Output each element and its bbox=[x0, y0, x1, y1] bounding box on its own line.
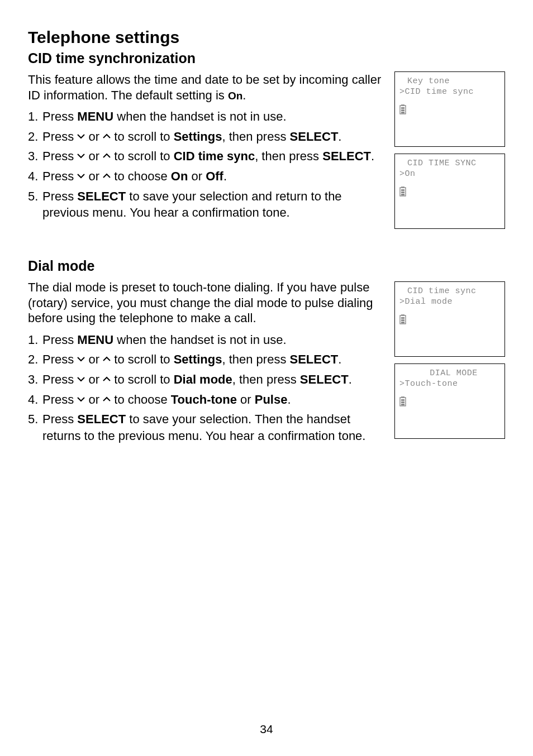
side-column: Key tone >CID time sync CID TIME SYNC >O… bbox=[394, 28, 505, 459]
txt: to scroll to bbox=[114, 130, 173, 143]
txt: Press bbox=[42, 130, 77, 143]
menu-key: MENU bbox=[77, 333, 113, 347]
txt: or bbox=[85, 130, 103, 143]
txt: . bbox=[287, 393, 291, 406]
txt: . bbox=[223, 169, 227, 183]
gap bbox=[394, 236, 505, 275]
menu-key: MENU bbox=[77, 109, 113, 123]
battery-icon bbox=[399, 186, 406, 197]
lcd-line: >CID time sync bbox=[399, 87, 500, 98]
section-heading-dial: Dial mode bbox=[28, 258, 384, 274]
txt: . bbox=[338, 130, 341, 143]
lcd-screen-2: CID TIME SYNC >On bbox=[394, 154, 505, 229]
txt: , then press bbox=[222, 352, 289, 366]
page-number: 34 bbox=[0, 722, 533, 736]
txt: , then press bbox=[255, 149, 322, 163]
txt: or bbox=[85, 169, 103, 183]
svg-rect-18 bbox=[401, 401, 404, 403]
svg-rect-13 bbox=[401, 319, 404, 321]
chevron-down-icon bbox=[77, 376, 85, 384]
pulse-label: Pulse bbox=[255, 393, 288, 406]
svg-rect-3 bbox=[401, 109, 404, 111]
lcd-line: >On bbox=[399, 169, 500, 180]
main-column: Telephone settings CID time synchronizat… bbox=[28, 28, 384, 459]
chevron-up-icon bbox=[103, 356, 111, 364]
svg-rect-12 bbox=[401, 317, 404, 319]
txt: Press bbox=[42, 393, 77, 406]
svg-rect-17 bbox=[401, 399, 404, 401]
select-key: SELECT bbox=[77, 412, 126, 426]
cid-sync-label: CID time sync bbox=[174, 149, 255, 163]
dial-mode-label: Dial mode bbox=[174, 372, 232, 386]
on-label: On bbox=[171, 169, 188, 183]
cid-step-4: Press or to choose On or Off. bbox=[28, 168, 384, 185]
cid-intro: This feature allows the time and date to… bbox=[28, 72, 384, 103]
txt: , then press bbox=[232, 372, 300, 386]
txt: . bbox=[371, 149, 374, 163]
cid-intro-text-2: . bbox=[242, 88, 246, 102]
cid-step-3: Press or to scroll to CID time sync, the… bbox=[28, 148, 384, 165]
txt: Press bbox=[42, 412, 77, 426]
cid-default-value: On bbox=[228, 90, 242, 102]
svg-rect-4 bbox=[401, 112, 404, 113]
txt: Press bbox=[42, 149, 77, 163]
txt: Press bbox=[42, 109, 77, 123]
dial-step-3: Press or to scroll to Dial mode, then pr… bbox=[28, 371, 384, 388]
dial-step-5: Press SELECT to save your selection. The… bbox=[28, 411, 384, 444]
dial-steps: Press MENU when the handset is not in us… bbox=[28, 332, 384, 444]
lcd-screen-1: Key tone >CID time sync bbox=[394, 71, 505, 147]
chevron-down-icon bbox=[77, 356, 85, 364]
txt: Press bbox=[42, 372, 77, 386]
lcd-screen-4: DIAL MODE >Touch-tone bbox=[394, 363, 505, 439]
select-key: SELECT bbox=[300, 372, 349, 386]
dial-intro: The dial mode is preset to touch-tone di… bbox=[28, 280, 384, 326]
settings-label: Settings bbox=[174, 352, 222, 366]
svg-rect-14 bbox=[401, 322, 404, 323]
chevron-up-icon bbox=[103, 173, 111, 181]
lcd-line: CID time sync bbox=[399, 286, 500, 297]
svg-rect-2 bbox=[401, 107, 404, 109]
chevron-up-icon bbox=[103, 153, 111, 161]
txt: or bbox=[85, 149, 103, 163]
dial-step-1: Press MENU when the handset is not in us… bbox=[28, 332, 384, 348]
chevron-up-icon bbox=[103, 396, 111, 404]
cid-steps: Press MENU when the handset is not in us… bbox=[28, 108, 384, 221]
txt: or bbox=[85, 393, 103, 406]
svg-rect-7 bbox=[401, 189, 404, 191]
select-key: SELECT bbox=[77, 189, 126, 203]
dial-step-4: Press or to choose Touch-tone or Pulse. bbox=[28, 391, 384, 408]
txt: or bbox=[188, 169, 206, 183]
svg-rect-19 bbox=[401, 404, 404, 405]
select-key: SELECT bbox=[290, 352, 339, 366]
txt: when the handset is not in use. bbox=[113, 109, 286, 123]
dial-step-2: Press or to scroll to Settings, then pre… bbox=[28, 351, 384, 368]
cid-step-1: Press MENU when the handset is not in us… bbox=[28, 108, 384, 125]
txt: Press bbox=[42, 189, 77, 203]
chevron-down-icon bbox=[77, 133, 85, 141]
touch-tone-label: Touch-tone bbox=[171, 393, 237, 406]
off-label: Off bbox=[206, 169, 223, 183]
battery-icon bbox=[399, 396, 406, 406]
chevron-up-icon bbox=[103, 376, 111, 384]
page: Telephone settings CID time synchronizat… bbox=[0, 0, 533, 756]
chevron-down-icon bbox=[77, 173, 85, 181]
select-key: SELECT bbox=[290, 130, 339, 143]
chevron-down-icon bbox=[77, 153, 85, 161]
chevron-up-icon bbox=[103, 133, 111, 141]
section-heading-cid: CID time synchronization bbox=[28, 50, 384, 66]
txt: Press bbox=[42, 169, 77, 183]
txt: to scroll to bbox=[111, 352, 173, 366]
txt: or bbox=[85, 372, 103, 386]
txt: to choose bbox=[111, 393, 171, 406]
svg-rect-9 bbox=[401, 194, 404, 195]
cid-intro-text-1: This feature allows the time and date to… bbox=[28, 73, 381, 102]
chevron-down-icon bbox=[77, 396, 85, 404]
txt: Press bbox=[42, 333, 77, 347]
lcd-line: DIAL MODE bbox=[399, 369, 500, 379]
battery-icon bbox=[399, 314, 406, 324]
lcd-line: Key tone bbox=[399, 76, 500, 87]
lcd-line: >Dial mode bbox=[399, 297, 500, 308]
txt: , then press bbox=[222, 130, 289, 143]
battery-icon bbox=[399, 104, 406, 114]
txt: or bbox=[237, 393, 255, 406]
